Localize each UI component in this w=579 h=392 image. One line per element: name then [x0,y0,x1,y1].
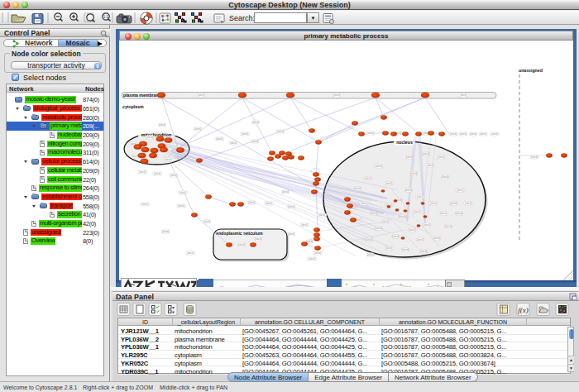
svg-text:[abcd]: [abcd] [450,202,457,205]
svg-text:plasma membrane: plasma membrane [123,93,161,98]
svg-text:[abcd]: [abcd] [354,187,361,190]
svg-text:[abcd]: [abcd] [162,230,169,233]
svg-text:[abcd]: [abcd] [423,152,429,155]
svg-text:[abcd]: [abcd] [427,164,433,167]
svg-text:[abcd]: [abcd] [252,121,259,124]
svg-text:[abcd]: [abcd] [159,123,165,127]
svg-text:[abcd]: [abcd] [301,223,308,227]
svg-text:[abcd]: [abcd] [531,155,538,159]
svg-text:[abcd]: [abcd] [406,155,413,159]
svg-text:[abcd]: [abcd] [288,205,294,208]
svg-text:[abcd]: [abcd] [194,127,201,131]
svg-text:1:1: 1:1 [103,15,109,19]
svg-text:[abcd]: [abcd] [460,132,467,136]
svg-text:[abcd]: [abcd] [132,155,138,158]
svg-text:[abcd]: [abcd] [366,238,372,241]
svg-text:[abcd]: [abcd] [376,165,382,168]
svg-text:[abcd]: [abcd] [385,246,392,250]
svg-text:[abcd]: [abcd] [433,237,440,240]
svg-text:[abcd]: [abcd] [480,132,486,136]
svg-text:[abcd]: [abcd] [423,223,430,227]
svg-text:[abcd]: [abcd] [248,201,255,204]
svg-text:[abcd]: [abcd] [410,172,417,175]
svg-text:[abcd]: [abcd] [179,191,186,194]
svg-text:[abcd]: [abcd] [399,215,405,218]
svg-text:[abcd]: [abcd] [470,132,476,136]
svg-text:[abcd]: [abcd] [255,237,261,241]
svg-text:[abcd]: [abcd] [251,140,258,143]
svg-text:[abcd]: [abcd] [139,170,146,174]
svg-text:[abcd]: [abcd] [491,132,498,136]
svg-text:[abcd]: [abcd] [365,177,371,180]
svg-text:[abcd]: [abcd] [456,212,462,215]
svg-text:[abcd]: [abcd] [314,251,321,255]
svg-text:[abcd]: [abcd] [288,232,294,236]
svg-text:[abcd]: [abcd] [371,212,377,215]
svg-text:[abcd]: [abcd] [170,174,177,177]
svg-text:[abcd]: [abcd] [230,141,237,145]
svg-text:[abcd]: [abcd] [141,203,148,206]
svg-text:[abcd]: [abcd] [457,189,463,192]
svg-text:unassigned: unassigned [519,68,543,73]
svg-text:cytoplasm: cytoplasm [122,104,144,109]
svg-text:[abcd]: [abcd] [333,93,340,97]
svg-text:[abcd]: [abcd] [392,235,399,238]
svg-text:[abcd]: [abcd] [361,202,367,205]
svg-text:[abcd]: [abcd] [376,227,382,230]
svg-text:[abcd]: [abcd] [165,158,171,161]
svg-text:[abcd]: [abcd] [282,190,289,194]
svg-text:[abcd]: [abcd] [238,243,245,246]
svg-text:[abcd]: [abcd] [154,172,160,175]
svg-text:[abcd]: [abcd] [277,130,284,133]
svg-text:[abcd]: [abcd] [442,175,448,179]
svg-text:endoplasmic reticulum: endoplasmic reticulum [216,231,263,236]
svg-text:[abcd]: [abcd] [385,182,392,185]
svg-text:[abcd]: [abcd] [178,204,184,208]
svg-text:[abcd]: [abcd] [266,202,272,205]
svg-text:[abcd]: [abcd] [242,132,248,136]
svg-text:[abcd]: [abcd] [417,238,423,241]
svg-text:[abcd]: [abcd] [309,257,315,261]
svg-text:[abcd]: [abcd] [216,137,223,141]
svg-text:[abcd]: [abcd] [417,195,423,198]
svg-text:[abcd]: [abcd] [318,213,325,217]
svg-text:nucleus: nucleus [396,140,413,145]
svg-text:[abcd]: [abcd] [382,220,389,223]
svg-text:[abcd]: [abcd] [438,155,444,159]
svg-text:[abcd]: [abcd] [465,202,471,205]
svg-text:[abcd]: [abcd] [405,189,412,192]
svg-text:[abcd]: [abcd] [203,220,210,223]
svg-text:[abcd]: [abcd] [367,253,374,256]
svg-text:[abcd]: [abcd] [198,93,204,97]
svg-text:[abcd]: [abcd] [430,202,437,205]
svg-text:[abcd]: [abcd] [440,212,447,215]
svg-text:[abcd]: [abcd] [460,93,467,97]
svg-text:[abcd]: [abcd] [402,248,409,251]
svg-text:[abcd]: [abcd] [187,251,194,255]
svg-text:[abcd]: [abcd] [414,210,420,213]
svg-text:[abcd]: [abcd] [146,136,153,139]
svg-text:[abcd]: [abcd] [409,228,415,232]
svg-text:[abcd]: [abcd] [445,225,452,228]
svg-text:[abcd]: [abcd] [450,132,457,136]
svg-text:f(x): f(x) [518,306,529,314]
svg-text:[abcd]: [abcd] [367,131,374,135]
svg-text:[abcd]: [abcd] [420,250,427,253]
